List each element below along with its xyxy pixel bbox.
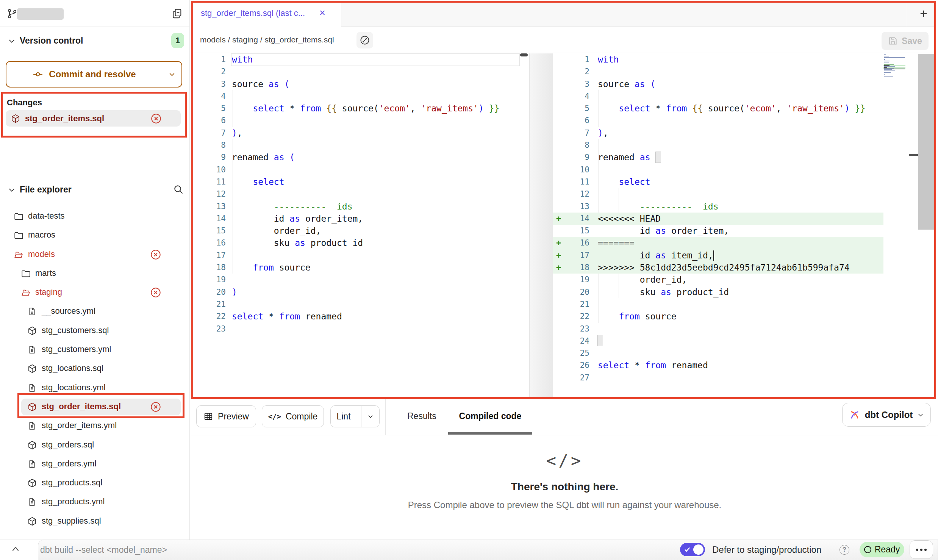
commit-options-caret[interactable] — [162, 62, 181, 87]
code-line[interactable]: 24) — [553, 335, 883, 347]
code-line[interactable]: 9renamed as ( — [192, 151, 520, 163]
discard-change-icon[interactable] — [150, 249, 161, 260]
file-row-stg-products-sql[interactable]: stg_products.sql — [0, 474, 189, 493]
code-line[interactable]: 19 — [192, 274, 520, 286]
code-line[interactable]: 1with — [553, 53, 883, 66]
code-line[interactable]: 13 ---------- ids — [553, 200, 883, 213]
more-options-button[interactable] — [910, 540, 933, 559]
search-icon[interactable] — [173, 184, 184, 195]
lineage-icon[interactable] — [356, 32, 373, 48]
copy-files-icon[interactable] — [171, 8, 183, 20]
pane-divider[interactable] — [529, 53, 553, 399]
file-row-stg-supplies-sql[interactable]: stg_supplies.sql — [0, 512, 189, 531]
tab-results[interactable]: Results — [407, 411, 436, 421]
code-line[interactable]: 23 — [192, 323, 520, 335]
code-line[interactable]: 6 — [192, 114, 520, 127]
code-line[interactable]: 22 from source — [553, 310, 883, 322]
command-input[interactable]: dbt build --select <model_name> — [40, 544, 381, 555]
minimap[interactable] — [883, 54, 905, 78]
code-line[interactable]: 26select * from renamed — [553, 359, 883, 371]
file-row-data-tests[interactable]: data-tests — [0, 207, 189, 226]
code-line[interactable]: 20) — [192, 286, 520, 298]
lint-button[interactable]: Lint — [330, 405, 380, 427]
code-line[interactable]: 7), — [192, 127, 520, 139]
code-line[interactable]: +14<<<<<<< HEAD — [553, 213, 883, 225]
file-row-macros[interactable]: macros — [0, 226, 189, 245]
file-row-stg-orders-yml[interactable]: stg_orders.yml — [0, 455, 189, 474]
code-line[interactable]: 1with — [192, 53, 520, 66]
file-row-models[interactable]: models — [0, 245, 189, 264]
code-line[interactable]: 9renamed as ( — [553, 151, 883, 163]
editor-pane-incoming[interactable]: 1with23source as (45 select * from {{ so… — [553, 53, 883, 384]
discard-change-icon[interactable] — [150, 402, 161, 412]
defer-toggle[interactable] — [680, 543, 705, 556]
code-line[interactable]: 3source as ( — [553, 78, 883, 90]
code-line[interactable]: +17 id as item_id, — [553, 249, 883, 261]
code-line[interactable]: 4 — [192, 90, 520, 102]
version-control-collapse-icon[interactable] — [8, 37, 16, 45]
file-row-staging[interactable]: staging — [0, 283, 189, 302]
code-line[interactable]: 5 select * from {{ source('ecom', 'raw_i… — [553, 102, 883, 114]
code-line[interactable]: 22select * from renamed — [192, 310, 520, 322]
code-line[interactable]: 21 — [192, 298, 520, 310]
code-line[interactable]: 8 — [553, 139, 883, 151]
file-row-stg-orders-sql[interactable]: stg_orders.sql — [0, 436, 189, 455]
tab-compiled-code[interactable]: Compiled code — [448, 411, 532, 421]
dbt-copilot-button[interactable]: dbt Copilot — [842, 403, 931, 427]
code-line[interactable]: 2 — [553, 66, 883, 78]
code-line[interactable]: +16======= — [553, 237, 883, 249]
new-tab-icon[interactable] — [918, 8, 929, 19]
code-line[interactable]: 21 — [553, 298, 883, 310]
code-line[interactable]: 12 — [553, 188, 883, 200]
right-pane-scrollbar-thumb[interactable] — [909, 154, 918, 156]
file-row--sources-yml[interactable]: __sources.yml — [0, 302, 189, 321]
code-line[interactable]: 6 — [553, 114, 883, 127]
code-line[interactable]: 17 — [192, 249, 520, 261]
discard-change-icon[interactable] — [151, 113, 161, 124]
code-line[interactable]: 25 — [553, 347, 883, 359]
code-line[interactable]: 18 from source — [192, 261, 520, 274]
code-line[interactable]: 15 id as order_item, — [553, 225, 883, 237]
help-icon[interactable]: ? — [840, 545, 849, 555]
code-line[interactable]: 20 sku as product_id — [553, 286, 883, 298]
compile-button[interactable]: </> Compile — [262, 405, 324, 427]
editor-pane-current[interactable]: 1with23source as (45 select * from {{ so… — [192, 53, 520, 335]
changed-file-item[interactable]: stg_order_items.sql — [6, 110, 181, 127]
code-line[interactable]: 11 select — [192, 176, 520, 188]
right-pane-scrollbar[interactable] — [918, 54, 935, 230]
code-line[interactable]: 27 — [553, 372, 883, 384]
file-row-stg-order-items-sql[interactable]: stg_order_items.sql — [0, 397, 189, 416]
code-line[interactable]: 10 — [192, 164, 520, 176]
file-row-stg-order-items-yml[interactable]: stg_order_items.yml — [0, 416, 189, 435]
file-row-stg-locations-sql[interactable]: stg_locations.sql — [0, 359, 189, 378]
code-line[interactable]: 15 order_id, — [192, 225, 520, 237]
lint-options-caret[interactable] — [361, 406, 379, 427]
code-line[interactable]: 12 — [192, 188, 520, 200]
file-row-stg-locations-yml[interactable]: stg_locations.yml — [0, 379, 189, 397]
code-line[interactable]: 16 sku as product_id — [192, 237, 520, 249]
code-line[interactable]: 23 — [553, 323, 883, 335]
code-line[interactable]: 4 — [553, 90, 883, 102]
code-line[interactable]: 11 select — [553, 176, 883, 188]
code-line[interactable]: 5 select * from {{ source('ecom', 'raw_i… — [192, 102, 520, 114]
save-button[interactable]: Save — [882, 32, 929, 50]
discard-change-icon[interactable] — [150, 287, 161, 298]
tab-stg-order-items[interactable]: stg_order_items.sql (last c... × — [192, 1, 341, 27]
code-line[interactable]: 8 — [192, 139, 520, 151]
tab-close-icon[interactable]: × — [319, 7, 325, 19]
left-pane-scrollbar-thumb[interactable] — [520, 53, 528, 56]
commit-and-resolve-button[interactable]: Commit and resolve — [6, 61, 182, 88]
code-line[interactable]: 7), — [553, 127, 883, 139]
code-line[interactable]: 2 — [192, 66, 520, 78]
preview-button[interactable]: Preview — [196, 405, 256, 427]
file-explorer-collapse-icon[interactable] — [8, 186, 16, 194]
file-row-stg-products-yml[interactable]: stg_products.yml — [0, 493, 189, 512]
collapse-panel-icon[interactable] — [11, 545, 20, 553]
code-line[interactable]: +18>>>>>>> 58c1dd23d5eebd9cd2495fa7124ab… — [553, 261, 883, 274]
code-line[interactable]: 14 id as order_item, — [192, 213, 520, 225]
code-line[interactable]: 13 ---------- ids — [192, 200, 520, 213]
code-line[interactable]: 3source as ( — [192, 78, 520, 90]
file-row-stg-customers-sql[interactable]: stg_customers.sql — [0, 321, 189, 340]
file-row-marts[interactable]: marts — [0, 264, 189, 283]
code-line[interactable]: 10 — [553, 164, 883, 176]
